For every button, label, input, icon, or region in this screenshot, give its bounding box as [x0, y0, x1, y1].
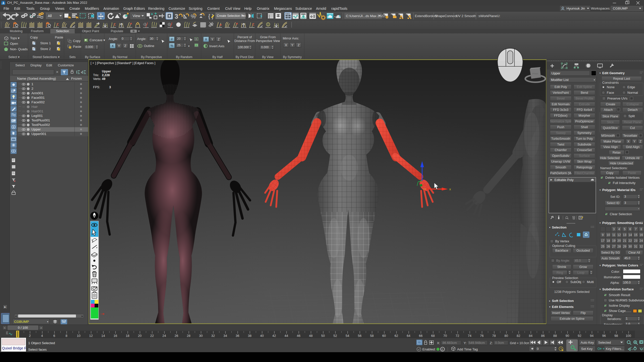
svg-text:42: 42 [272, 334, 276, 338]
svg-text:40: 40 [260, 334, 264, 338]
svg-text:3: 3 [3, 1, 4, 5]
svg-text:84: 84 [529, 334, 532, 338]
svg-text:34: 34 [223, 334, 227, 338]
svg-text:82: 82 [517, 334, 520, 338]
svg-text:74: 74 [468, 334, 471, 338]
svg-text:0.0cm: 0.0cm [495, 341, 504, 345]
svg-text:Tris:: Tris: [93, 73, 99, 77]
svg-text:46: 46 [297, 334, 300, 338]
svg-text:4: 4 [41, 334, 43, 338]
svg-text:10: 10 [77, 334, 80, 338]
svg-text:60: 60 [382, 334, 386, 338]
svg-text:[ + ] [Perspective ] [Standard: [ + ] [Perspective ] [Standard* ] [Edged… [91, 61, 155, 65]
svg-text::sWorkPlaneU:: :sWorkPlaneU: [478, 14, 500, 18]
svg-text:FPS:: FPS: [93, 85, 100, 89]
svg-text:?: ? [195, 44, 197, 47]
svg-text:12: 12 [89, 334, 93, 338]
svg-text:50: 50 [321, 334, 325, 338]
svg-text:20: 20 [138, 334, 141, 338]
svg-text:UV 2 Smooth: UV 2 Smooth [456, 14, 476, 18]
svg-text:86.683cm: 86.683cm [442, 341, 457, 345]
svg-text:38: 38 [248, 334, 251, 338]
svg-text:98: 98 [614, 334, 618, 338]
svg-text:Grid = 10.0cm: Grid = 10.0cm [510, 341, 530, 345]
svg-text:18: 18 [126, 334, 129, 338]
svg-text:X:: X: [437, 341, 440, 345]
svg-text:Enabled:: Enabled: [422, 347, 436, 351]
svg-text:44: 44 [285, 334, 288, 338]
svg-text:36: 36 [236, 334, 239, 338]
svg-text:54: 54 [346, 334, 349, 338]
svg-text:90: 90 [566, 334, 569, 338]
svg-text:8: 8 [66, 334, 67, 338]
svg-text:2,228: 2,228 [102, 73, 110, 77]
svg-text:58: 58 [370, 334, 374, 338]
svg-text:ExtendBorders: ExtendBorders [415, 14, 437, 18]
svg-text:72: 72 [456, 334, 459, 338]
svg-text:View: View [133, 14, 140, 18]
svg-text:6: 6 [53, 334, 55, 338]
svg-text:Hyunsuk Jin: Hyunsuk Jin [567, 7, 585, 10]
svg-text:68: 68 [431, 334, 435, 338]
svg-text:Upper: Upper [102, 70, 111, 73]
svg-text:Add Time Tag: Add Time Tag [457, 347, 478, 351]
svg-text:Verts:: Verts: [93, 77, 101, 81]
svg-text:Create Selection Set: Create Selection Set [217, 14, 246, 18]
svg-text:92: 92 [578, 334, 581, 338]
svg-text:22: 22 [150, 334, 154, 338]
svg-text:94: 94 [590, 334, 593, 338]
svg-text:76: 76 [480, 334, 484, 338]
svg-text:48: 48 [309, 334, 312, 338]
svg-text:CGBUMP: CGBUMP [613, 7, 628, 10]
svg-text:64: 64 [407, 334, 410, 338]
svg-text:3: 3 [175, 13, 178, 20]
svg-text:80: 80 [504, 334, 508, 338]
svg-text:14: 14 [101, 334, 105, 338]
svg-text:549.948cm: 549.948cm [469, 341, 485, 345]
svg-text:100: 100 [626, 334, 631, 338]
svg-text:0: 0 [441, 348, 443, 351]
svg-text:Key Filters...: Key Filters... [606, 347, 624, 351]
svg-text:Z:: Z: [490, 341, 493, 345]
svg-text:Auto Key: Auto Key [581, 341, 594, 344]
svg-text:52: 52 [333, 334, 337, 338]
svg-text:16: 16 [113, 334, 117, 338]
svg-text:62: 62 [394, 334, 398, 338]
svg-text:24: 24 [162, 334, 166, 338]
svg-text:96: 96 [602, 334, 606, 338]
svg-text:66: 66 [419, 334, 422, 338]
svg-text:32: 32 [211, 334, 215, 338]
svg-text:?: ? [195, 38, 197, 40]
svg-text:78: 78 [492, 334, 496, 338]
svg-text:86: 86 [541, 334, 545, 338]
svg-text:x: x [449, 187, 451, 191]
svg-text:2: 2 [29, 334, 31, 338]
svg-text:30: 30 [199, 334, 203, 338]
svg-text:Prism: Prism [532, 72, 538, 75]
svg-text:88: 88 [553, 334, 557, 338]
svg-text:28: 28 [187, 334, 190, 338]
svg-text:70: 70 [443, 334, 447, 338]
svg-text:Selected: Selected [598, 341, 611, 344]
svg-text:Set Key: Set Key [581, 347, 593, 351]
svg-text:26: 26 [175, 334, 178, 338]
svg-text:3: 3 [109, 85, 111, 89]
svg-text:0: 0 [537, 347, 539, 351]
svg-text:Y:: Y: [464, 341, 467, 345]
svg-text:All: All [48, 14, 52, 18]
svg-text:56: 56 [358, 334, 361, 338]
svg-text:49: 49 [102, 77, 105, 81]
